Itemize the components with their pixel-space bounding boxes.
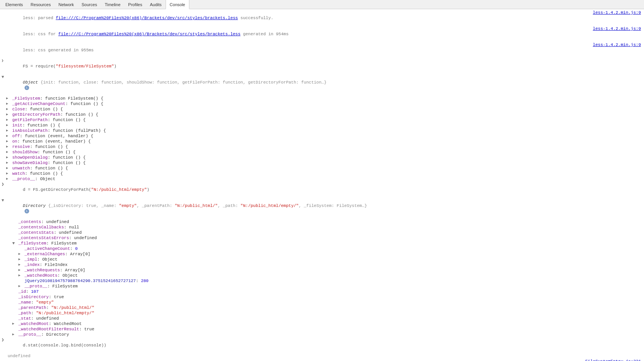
console-text: less: parsed file:///C:/Program%20Files%…: [8, 10, 566, 26]
list-item: ❯ d.stat(console.log.bind(console)): [0, 337, 644, 353]
expand-arrow[interactable]: ▶: [6, 101, 12, 107]
expand-arrow[interactable]: ▶: [6, 128, 12, 133]
list-item: less: css generated in 955ms less-1.4.2.…: [0, 42, 644, 58]
list-item: ▶ unwatch: function () {: [0, 166, 644, 171]
expand-arrow[interactable]: ▶: [6, 96, 12, 101]
info-icon[interactable]: i: [25, 85, 29, 90]
tab-audits[interactable]: Audits: [146, 0, 166, 9]
list-item: ▶ getDirectoryForPath: function () {: [0, 112, 644, 117]
list-item: ▶ _index: FileIndex: [0, 262, 644, 267]
tab-profiles[interactable]: Profiles: [124, 0, 146, 9]
expand-arrow[interactable]: ▶: [18, 262, 25, 267]
source-link[interactable]: FileSystemEntry.js:321: [566, 359, 642, 361]
list-item: null ▼ FileSystemStats {_isFile: false, …: [0, 359, 644, 361]
prompt-gt: ❯: [2, 337, 8, 343]
console-text: _stat: undefined: [18, 316, 642, 321]
expand-arrow[interactable]: ▶: [6, 176, 12, 182]
console-text: isAbsolutePath: function (fullPath) {: [12, 128, 642, 133]
expand-arrow[interactable]: ▶: [12, 321, 18, 327]
tab-sources[interactable]: Sources: [78, 0, 101, 9]
tab-elements[interactable]: Elements: [2, 0, 27, 9]
expand-arrow[interactable]: ▶: [6, 139, 12, 144]
list-item: ❯ FS = require("filesystem/FileSystem"): [0, 58, 644, 74]
console-text: less: css for file:///C:/Program%20Files…: [8, 26, 566, 42]
expand-arrow[interactable]: ▼: [2, 74, 8, 80]
list-item: ▶ _FileSystem: function FileSystem() {: [0, 96, 644, 101]
console-text: _path: "N:/public_html/empty/": [18, 310, 642, 316]
expand-arrow[interactable]: ▶: [6, 107, 12, 112]
list-item: _contentsCallbacks: null: [0, 225, 644, 230]
console-text: __proto__: FileSystem: [25, 284, 642, 289]
list-item: ▶ watch: function () {: [0, 171, 644, 176]
list-item: ▶ shouldShow: function () {: [0, 149, 644, 155]
console-text: _fileSystem: FileSystem: [18, 241, 642, 246]
console-input: FS = require("filesystem/FileSystem"): [8, 58, 642, 74]
source-link[interactable]: less-1.4.2.min.js:9: [566, 42, 642, 48]
list-item: _stat: undefined: [0, 316, 644, 321]
list-item: _contentsStatsErrors: undefined: [0, 235, 644, 241]
console-input: d.stat(console.log.bind(console)): [8, 337, 642, 353]
console-text: showSaveDialog: function () {: [12, 160, 642, 166]
expand-arrow[interactable]: ▼: [12, 241, 18, 246]
tab-network[interactable]: Network: [54, 0, 77, 9]
expand-arrow[interactable]: ▶: [6, 123, 12, 128]
expand-arrow[interactable]: ▶: [18, 273, 25, 278]
console-text: Directory {_isDirectory: true, _name: "e…: [8, 198, 642, 219]
expand-arrow[interactable]: ▼: [2, 198, 8, 203]
prompt-gt: ❯: [2, 182, 8, 187]
console-text: close: function () {: [12, 107, 642, 112]
tab-resources[interactable]: Resources: [27, 0, 55, 9]
expand-arrow[interactable]: ▶: [18, 257, 25, 262]
expand-arrow[interactable]: ▶: [6, 171, 12, 176]
devtools-toolbar: Elements Resources Network Sources Timel…: [0, 0, 644, 9]
console-text: resolve: function () {: [12, 144, 642, 149]
list-item: _isDirectory: true: [0, 294, 644, 300]
console-text: jQuery20108194757988764290.3751524165272…: [25, 278, 642, 284]
console-text: getDirectoryForPath: function () {: [12, 112, 642, 117]
expand-arrow[interactable]: ▶: [12, 332, 18, 337]
list-item: ▶ close: function () {: [0, 107, 644, 112]
list-item: ▶ _getActiveChangeCount: function () {: [0, 101, 644, 107]
list-item: ▶ _watchRequests: Array[0]: [0, 267, 644, 273]
list-item: less: parsed file:///C:/Program%20Files%…: [0, 10, 644, 26]
expand-arrow[interactable]: ▶: [18, 251, 25, 257]
console-text: less: css generated in 955ms: [8, 42, 566, 58]
console-text: unwatch: function () {: [12, 166, 642, 171]
source-link[interactable]: less-1.4.2.min.js:9: [566, 10, 642, 15]
expand-arrow[interactable]: ▶: [6, 166, 12, 171]
expand-arrow[interactable]: ▶: [6, 149, 12, 155]
console-text: showOpenDialog: function () {: [12, 155, 642, 160]
list-item: undefined: [0, 353, 644, 359]
expand-arrow[interactable]: ▶: [6, 133, 12, 139]
prompt-arrow: ❯: [2, 58, 8, 64]
list-item: ▶ isAbsolutePath: function (fullPath) {: [0, 128, 644, 133]
console-text: init: function () {: [12, 123, 642, 128]
console-text: __proto__: Object: [12, 176, 642, 182]
list-item: ▶ _watchedRoots: Object: [0, 273, 644, 278]
expand-arrow[interactable]: ▶: [18, 284, 25, 289]
tab-console[interactable]: Console: [166, 0, 189, 9]
expand-arrow[interactable]: ▶: [6, 155, 12, 160]
console-text: _contentsStats: undefined: [18, 230, 642, 235]
console-text: _watchedRoot: WatchedRoot: [18, 321, 642, 327]
console-text: Object {init: function, close: function,…: [8, 74, 642, 96]
console-text: _name: "empty": [18, 300, 642, 305]
source-link[interactable]: less-1.4.2.min.js:9: [566, 26, 642, 31]
tab-timeline[interactable]: Timeline: [101, 0, 124, 9]
console-text: _watchedRootFilterResult: true: [18, 327, 642, 332]
info-icon[interactable]: i: [25, 209, 29, 213]
console-text: null ▼ FileSystemStats {_isFile: false, …: [8, 359, 566, 361]
console-text: off: function (event, handler) {: [12, 133, 642, 139]
expand-arrow[interactable]: ▶: [6, 144, 12, 149]
expand-arrow[interactable]: ▶: [18, 267, 25, 273]
expand-arrow[interactable]: ▶: [6, 112, 12, 117]
list-item: ▶ _externalChanges: Array[0]: [0, 251, 644, 257]
expand-arrow[interactable]: ▶: [6, 117, 12, 123]
console-text: _contentsCallbacks: null: [18, 225, 642, 230]
list-item: _parentPath: "N:/public_html/": [0, 305, 644, 310]
console-text: _index: FileIndex: [25, 262, 642, 267]
console-text: _isDirectory: true: [18, 294, 642, 300]
expand-arrow[interactable]: ▶: [6, 160, 12, 166]
list-item: ▶ getFileForPath: function () {: [0, 117, 644, 123]
console-output: less: parsed file:///C:/Program%20Files%…: [0, 9, 644, 361]
